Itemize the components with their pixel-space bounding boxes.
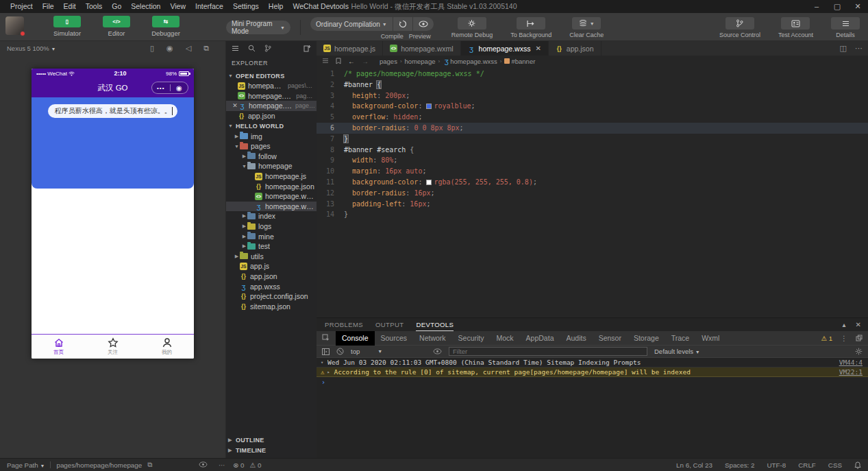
close-tab-icon[interactable]: ✕ <box>535 45 541 52</box>
devtools-tab-security[interactable]: Security <box>452 331 491 346</box>
preview-page-icon[interactable] <box>199 461 208 469</box>
open-editor-item[interactable]: ✕ʒhomepage.wxsspages\... <box>226 101 317 111</box>
new-window-icon[interactable] <box>303 45 311 52</box>
tree-item-img[interactable]: ▶img <box>226 131 317 141</box>
device-selector[interactable]: Nexus 5 100% ▼ <box>7 45 55 52</box>
source-link[interactable]: VM44:4 <box>839 359 863 366</box>
menu-interface[interactable]: Interface <box>190 0 228 13</box>
bell-icon[interactable] <box>854 461 861 469</box>
tree-item-homepage-wxml[interactable]: <>homepage.wxml <box>226 191 317 202</box>
console-settings-icon[interactable] <box>855 348 863 355</box>
back-icon[interactable]: ← <box>348 58 355 65</box>
open-editor-item[interactable]: <>homepage.wxmlpages... <box>226 91 317 101</box>
tree-item-project-config-json[interactable]: {}project.config.json <box>226 291 317 302</box>
phone-tab-star[interactable]: 关注 <box>86 335 140 359</box>
more-actions-icon[interactable]: ⋯ <box>855 44 863 53</box>
log-levels-dropdown[interactable]: Default levels ▼ <box>654 348 700 355</box>
outline-header[interactable]: ▶ OUTLINE <box>226 435 317 445</box>
devtools-tab-storage[interactable]: Storage <box>628 331 665 346</box>
tree-item-app-json[interactable]: {}app.json <box>226 271 317 282</box>
mute-icon[interactable]: ◁ <box>186 44 191 53</box>
close-icon[interactable]: ✕ <box>232 102 238 109</box>
tree-item-sitemap-json[interactable]: {}sitemap.json <box>226 301 317 311</box>
timeline-header[interactable]: ▶ TIMELINE <box>226 445 317 455</box>
inspect-element-icon[interactable] <box>322 334 330 342</box>
expand-arrow[interactable]: ▾ <box>321 360 327 365</box>
clear-cache-button[interactable]: ▼ Clear Cache <box>569 17 604 38</box>
source-control-icon[interactable] <box>264 45 271 52</box>
editor-tab-homepage-wxml[interactable]: <>homepage.wxml <box>383 41 460 56</box>
console-filter-input[interactable] <box>449 347 647 356</box>
menu-icon[interactable] <box>322 58 329 64</box>
project-root-header[interactable]: ▼ HELLO WORLD <box>226 121 317 131</box>
warning-count-badge[interactable]: ⚠ 1 <box>821 335 832 342</box>
rotate-device-icon[interactable]: ▯ <box>150 44 154 53</box>
phone-tab-home[interactable]: 首页 <box>32 335 86 359</box>
test-account-button[interactable]: Test Account <box>778 17 813 38</box>
error-count[interactable]: ⊗ 0 <box>233 461 244 469</box>
source-link[interactable]: VM22:1 <box>839 368 863 376</box>
search-input[interactable]: 程序员薪水很高，就是头顶有些凉。。 <box>48 104 178 118</box>
tree-item-app-js[interactable]: JSapp.js <box>226 261 317 271</box>
eol-type[interactable]: CRLF <box>798 461 816 469</box>
tree-item-homepage-wxss[interactable]: ʒhomepage.wxss <box>226 202 317 212</box>
tree-item-homepage[interactable]: ▼homepage <box>226 161 317 171</box>
kebab-menu-icon[interactable]: ⋮ <box>841 335 847 342</box>
more-button[interactable]: ••• <box>152 85 170 91</box>
source-control-button[interactable]: Source Control <box>719 17 760 38</box>
phone-tab-person[interactable]: 我的 <box>140 335 194 359</box>
menu-settings[interactable]: Settings <box>228 0 264 13</box>
breadcrumb-item[interactable]: #banner <box>504 58 535 65</box>
devtools-tab-sensor[interactable]: Sensor <box>593 331 628 346</box>
clear-console-icon[interactable] <box>336 348 344 355</box>
console-prompt[interactable]: › <box>317 377 868 387</box>
bookmark-icon[interactable] <box>336 58 341 64</box>
editor-tab-homepage-js[interactable]: JShomepage.js <box>317 41 383 56</box>
menu-help[interactable]: Help <box>264 0 288 13</box>
remote-debug-button[interactable]: Remote Debug <box>451 17 493 38</box>
menu-selection[interactable]: Selection <box>126 0 165 13</box>
tree-item-pages[interactable]: ▼pages <box>226 141 317 152</box>
panel-tab-output[interactable]: OUTPUT <box>375 318 404 331</box>
console-log-row[interactable]: ▾Wed Jun 03 2020 02:11:03 GMT+0800 (Chin… <box>317 358 868 367</box>
devtools-tab-audits[interactable]: Audits <box>560 331 592 346</box>
split-editor-icon[interactable]: ◫ <box>840 44 847 53</box>
devtools-tab-wxml[interactable]: Wxml <box>695 331 726 346</box>
console-sidebar-icon[interactable] <box>322 348 330 355</box>
menu-tools[interactable]: Tools <box>81 0 108 13</box>
code-editor[interactable]: 1/* pages/homepage/homepage.wxss */2#ban… <box>317 67 868 317</box>
compile-mode-dropdown[interactable]: Ordinary Compilation ▼ <box>310 17 393 31</box>
warning-count[interactable]: ⚠ 0 <box>249 461 261 469</box>
open-editor-item[interactable]: JShomepage.jspages\ho... <box>226 81 317 91</box>
live-expression-icon[interactable] <box>433 348 442 354</box>
tree-item-mine[interactable]: ▶mine <box>226 231 317 241</box>
multi-window-icon[interactable]: ⧉ <box>203 44 209 53</box>
tree-item-homepage-js[interactable]: JShomepage.js <box>226 171 317 182</box>
menu-file[interactable]: File <box>38 0 59 13</box>
panel-tab-devtools[interactable]: DEVTOOLS <box>416 318 454 331</box>
devtools-tab-sources[interactable]: Sources <box>375 331 414 346</box>
menu-go[interactable]: Go <box>107 0 126 13</box>
close-panel-icon[interactable]: ✕ <box>856 321 861 328</box>
menu-view[interactable]: View <box>165 0 190 13</box>
details-button[interactable]: Details <box>831 17 860 38</box>
breadcrumb-item[interactable]: homepage <box>405 58 436 65</box>
tree-item-test[interactable]: ▶test <box>226 241 317 252</box>
tree-item-logs[interactable]: ▶logs <box>226 221 317 232</box>
page-path-dropdown[interactable]: Page Path ▼ <box>7 461 45 469</box>
copy-path-icon[interactable]: ⧉ <box>147 461 152 469</box>
devtools-tab-appdata[interactable]: AppData <box>520 331 560 346</box>
console-warning-row[interactable]: ⚠▸According to the rule [0] of sitemap, … <box>317 367 868 377</box>
scheme-dropdown[interactable]: Mini Program Mode▼ <box>226 21 290 34</box>
menu-project[interactable]: Project <box>5 0 38 13</box>
minimize-button[interactable]: – <box>806 0 827 13</box>
language-mode[interactable]: CSS <box>828 461 842 469</box>
more-icon[interactable]: ⋯ <box>219 461 225 469</box>
indentation[interactable]: Spaces: 2 <box>725 461 755 469</box>
encoding[interactable]: UTF-8 <box>767 461 786 469</box>
exit-button[interactable]: ◉ <box>171 84 188 92</box>
record-icon[interactable]: ◉ <box>166 44 173 53</box>
devtools-tab-console[interactable]: Console <box>336 331 375 346</box>
forward-icon[interactable]: → <box>362 58 369 65</box>
editor-tab-homepage-wxss[interactable]: ʒhomepage.wxss✕ <box>461 41 549 56</box>
